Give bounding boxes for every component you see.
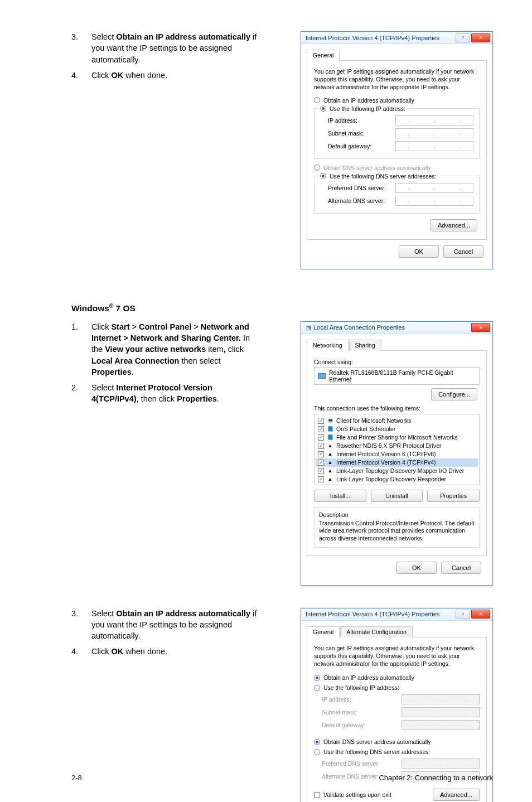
window-title: Local Area Connection Properties: [313, 324, 405, 331]
checkbox-icon[interactable]: [318, 451, 324, 457]
connection-items-list[interactable]: 💻Client for Microsoft Networks📘QoS Packe…: [314, 414, 480, 485]
tab-networking[interactable]: Networking: [307, 340, 349, 351]
item-label: Internet Protocol Version 4 (TCP/IPv4): [336, 459, 436, 466]
adapter-icon: [318, 373, 326, 379]
step-number: 2.: [71, 382, 91, 405]
step-text: Click Start > Control Panel > Network an…: [91, 321, 261, 378]
text: Click: [91, 71, 111, 80]
advanced-button[interactable]: Advanced...: [431, 219, 477, 231]
advanced-button[interactable]: Advanced...: [433, 789, 480, 801]
checkbox-validate-on-exit[interactable]: Validate settings upon exit: [314, 791, 391, 798]
radio-obtain-ip-auto[interactable]: Obtain an IP address automatically: [314, 674, 480, 681]
label-ip-address: IP address:: [328, 117, 357, 124]
properties-button[interactable]: Properties: [427, 490, 480, 502]
checkbox-icon[interactable]: [318, 460, 324, 466]
radio-use-following-ip[interactable]: Use the following IP address:: [318, 105, 408, 112]
close-button[interactable]: ✕: [471, 323, 490, 332]
configure-button[interactable]: Configure...: [431, 388, 477, 400]
checkbox-icon[interactable]: [318, 476, 324, 482]
radio-use-following-ip[interactable]: Use the following IP address:: [314, 684, 480, 691]
step-text: Select Obtain an IP address automaticall…: [91, 608, 261, 642]
input-subnet-mask: ...: [402, 707, 480, 717]
tab-sharing[interactable]: Sharing: [349, 340, 381, 351]
list-item[interactable]: ▲Rawether NDIS 6.X SPR Protocol Driver: [316, 442, 478, 450]
step-number: 1.: [71, 321, 91, 378]
input-default-gateway[interactable]: ...: [395, 141, 473, 151]
input-ip-address[interactable]: ...: [395, 115, 473, 125]
text: Windows: [71, 303, 109, 313]
titlebar: ⬔Local Area Connection Properties ✕: [301, 322, 492, 334]
radio-obtain-dns-auto[interactable]: Obtain DNS server address automatically: [314, 738, 480, 745]
step-text: Click OK when done.: [91, 646, 261, 657]
step-text: Select Obtain an IP address automaticall…: [91, 31, 261, 65]
help-button[interactable]: ?: [456, 610, 470, 619]
window-title: Internet Protocol Version 4 (TCP/IPv4) P…: [306, 611, 439, 617]
checkbox-icon[interactable]: [318, 434, 324, 441]
page-number: 2-8: [71, 774, 82, 782]
radio-label: Use the following DNS server addresses:: [323, 748, 430, 755]
item-icon: ▲: [327, 459, 333, 466]
label-preferred-dns: Preferred DNS server:: [322, 760, 380, 767]
ok-button[interactable]: OK: [396, 562, 437, 574]
help-button[interactable]: ?: [456, 33, 470, 42]
radio-label: Obtain an IP address automatically: [323, 674, 414, 681]
tab-general[interactable]: General: [307, 50, 340, 61]
steps-block-2: 1. Click Start > Control Panel > Network…: [71, 321, 261, 405]
adapter-box: Realtek RTL8168B/8111B Family PCI-E Giga…: [314, 367, 480, 385]
checkbox-icon[interactable]: [318, 426, 324, 432]
list-item[interactable]: 📘File and Printer Sharing for Microsoft …: [316, 433, 478, 442]
titlebar: Internet Protocol Version 4 (TCP/IPv4) P…: [301, 608, 492, 621]
checkbox-label: Validate settings upon exit: [323, 791, 391, 798]
step-text: Click OK when done.: [91, 70, 261, 81]
uninstall-button[interactable]: Uninstall: [371, 490, 423, 502]
checkbox-icon[interactable]: [318, 468, 324, 474]
tab-general[interactable]: General: [307, 626, 340, 637]
item-label: Rawether NDIS 6.X SPR Protocol Driver: [336, 442, 441, 449]
cancel-button[interactable]: Cancel: [441, 562, 481, 574]
radio-use-following-dns[interactable]: Use the following DNS server addresses:: [318, 173, 438, 180]
input-subnet-mask[interactable]: ...: [395, 128, 473, 138]
text-bold: Obtain an IP address automatically: [116, 609, 250, 618]
radio-use-following-dns[interactable]: Use the following DNS server addresses:: [314, 748, 480, 755]
item-label: File and Printer Sharing for Microsoft N…: [336, 434, 458, 441]
cancel-button[interactable]: Cancel: [443, 245, 483, 258]
list-item[interactable]: ▲Link-Layer Topology Discovery Mapper I/…: [316, 467, 478, 475]
list-item[interactable]: ▲Link-Layer Topology Discovery Responder: [316, 475, 478, 484]
list-item[interactable]: ▲Internet Protocol Version 6 (TCP/IPv6): [316, 450, 478, 458]
radio-obtain-dns-auto[interactable]: Obtain DNS server address automatically: [314, 165, 480, 171]
input-alternate-dns[interactable]: ...: [395, 196, 473, 206]
dialog-description: You can get IP settings assigned automat…: [314, 67, 480, 91]
checkbox-icon[interactable]: [318, 418, 324, 424]
connect-using-label: Connect using:: [314, 359, 480, 365]
list-item[interactable]: 📘QoS Packet Scheduler: [316, 425, 478, 433]
radio-obtain-ip-auto[interactable]: Obtain an IP address automatically: [314, 97, 480, 104]
label-default-gateway: Default gateway:: [322, 722, 365, 728]
item-label: Link-Layer Topology Discovery Mapper I/O…: [336, 467, 464, 474]
item-label: Client for Microsoft Networks: [336, 417, 411, 424]
item-icon: ▲: [327, 467, 333, 474]
list-item[interactable]: 💻Client for Microsoft Networks: [316, 417, 478, 425]
install-button[interactable]: Install...: [314, 490, 366, 502]
checkbox-icon[interactable]: [318, 443, 324, 449]
list-item[interactable]: ▲Internet Protocol Version 4 (TCP/IPv4): [316, 458, 478, 467]
page-footer: 2-8 Chapter 2: Connecting to a network: [71, 774, 493, 782]
section-heading-win7: Windows® 7 OS: [71, 303, 493, 313]
label-subnet-mask: Subnet mask:: [328, 130, 364, 137]
label-default-gateway: Default gateway:: [328, 143, 371, 149]
adapter-name: Realtek RTL8168B/8111B Family PCI-E Giga…: [329, 369, 476, 383]
items-label: This connection uses the following items…: [314, 405, 480, 412]
input-preferred-dns: ...: [402, 758, 480, 769]
text: Click: [91, 647, 111, 656]
text: when done.: [123, 647, 167, 656]
close-button[interactable]: ✕: [471, 33, 490, 42]
item-icon: 📘: [327, 434, 333, 441]
close-button[interactable]: ✕: [471, 610, 490, 619]
dialog-lan-properties: ⬔Local Area Connection Properties ✕ Netw…: [301, 321, 493, 586]
steps-block-1: 3. Select Obtain an IP address automatic…: [71, 31, 261, 81]
input-preferred-dns[interactable]: ...: [395, 183, 473, 193]
item-label: Internet Protocol Version 6 (TCP/IPv6): [336, 451, 436, 457]
ok-button[interactable]: OK: [399, 245, 439, 258]
radio-label: Use the following IP address:: [330, 105, 405, 112]
tab-alternate-config[interactable]: Alternate Configuration: [340, 626, 412, 637]
item-icon: ▲: [327, 476, 333, 482]
